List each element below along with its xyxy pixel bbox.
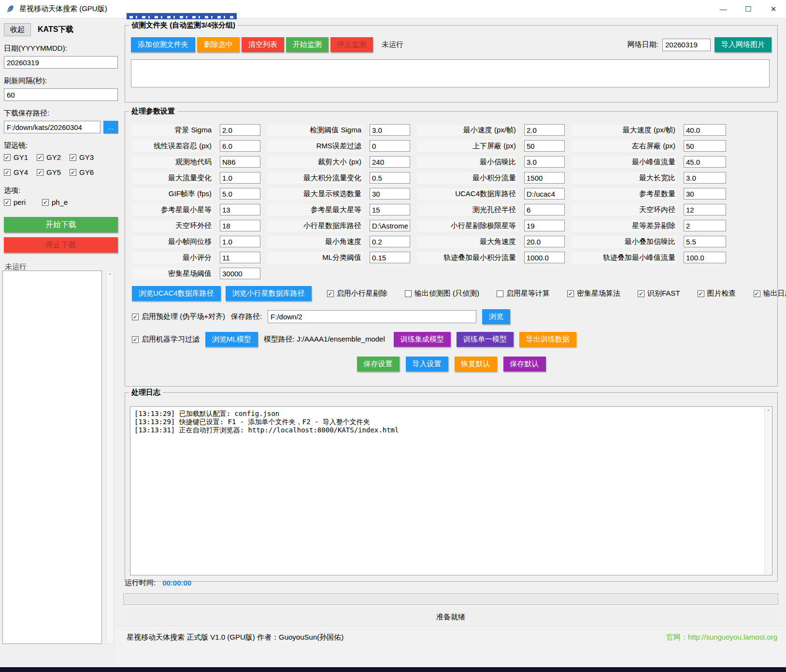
checkbox-item[interactable]: ✓密集星场算法 bbox=[567, 289, 620, 298]
start-download-button[interactable]: 开始下载 bbox=[4, 217, 118, 232]
checkbox-box[interactable]: ✓ bbox=[132, 336, 139, 343]
param-input-px[interactable] bbox=[684, 140, 726, 152]
param-input-px[interactable] bbox=[684, 124, 726, 136]
checkbox-ph-e[interactable]: ✓ph_e bbox=[42, 198, 68, 206]
param-input-px[interactable] bbox=[524, 124, 565, 136]
param-input-item[interactable] bbox=[684, 252, 726, 263]
checkbox-gy6[interactable]: ✓GY6 bbox=[70, 168, 94, 176]
param-input-item[interactable] bbox=[370, 220, 410, 231]
param-input-item[interactable] bbox=[684, 172, 726, 184]
checkbox-gy4[interactable]: ✓GY4 bbox=[4, 168, 28, 176]
param-input-item[interactable] bbox=[524, 172, 565, 184]
checkbox-box[interactable]: ✓ bbox=[4, 169, 11, 176]
param-input-item[interactable] bbox=[524, 220, 565, 231]
collapse-button[interactable]: 收起 bbox=[4, 23, 31, 36]
sidebar-scrollbar[interactable]: ⌃ bbox=[106, 271, 114, 644]
browse-asteroid-db-button[interactable]: 浏览小行星数据库路径 bbox=[226, 286, 312, 301]
param-input-ml[interactable] bbox=[370, 252, 410, 263]
add-watch-folder-button[interactable]: 添加侦测文件夹 bbox=[131, 37, 195, 52]
param-input-item[interactable] bbox=[684, 236, 726, 247]
param-input-px[interactable] bbox=[524, 140, 565, 152]
param-input-px[interactable] bbox=[220, 140, 260, 152]
param-input-item[interactable] bbox=[524, 204, 565, 215]
checkbox-enable-ml-filter[interactable]: ✓ 启用机器学习过滤 bbox=[132, 335, 200, 344]
checkbox-peri[interactable]: ✓peri bbox=[4, 198, 26, 206]
param-input-ucac4[interactable] bbox=[524, 188, 565, 200]
browse-preprocess-path-button[interactable]: 浏览 bbox=[482, 309, 510, 324]
preprocess-save-path-input[interactable] bbox=[268, 310, 476, 323]
checkbox-fast[interactable]: ✓识别FAST bbox=[638, 289, 680, 298]
minimize-button[interactable]: — bbox=[711, 0, 736, 18]
train-ensemble-button[interactable]: 训练集成模型 bbox=[394, 332, 451, 347]
export-training-data-button[interactable]: 导出训练数据 bbox=[519, 332, 576, 347]
import-net-images-button[interactable]: 导入网络图片 bbox=[715, 37, 772, 52]
checkbox-gy2[interactable]: ✓GY2 bbox=[37, 153, 61, 161]
param-input-sigma[interactable] bbox=[220, 124, 260, 136]
checkbox-gy1[interactable]: ✓GY1 bbox=[4, 153, 28, 161]
download-path-input[interactable] bbox=[4, 121, 100, 133]
checkbox-box[interactable]: ✓ bbox=[70, 154, 76, 161]
param-input-item[interactable] bbox=[684, 220, 726, 231]
checkbox-box[interactable]: ✓ bbox=[37, 154, 43, 161]
checkbox-gy5[interactable]: ✓GY5 bbox=[37, 168, 61, 176]
browse-ml-model-button[interactable]: 浏览ML模型 bbox=[205, 332, 258, 347]
param-input-item[interactable] bbox=[220, 268, 260, 279]
start-monitor-button[interactable]: 开始监测 bbox=[286, 37, 329, 52]
stop-monitor-button[interactable]: 停止监测 bbox=[330, 37, 373, 52]
param-input-item[interactable] bbox=[220, 252, 260, 263]
net-date-input[interactable] bbox=[662, 39, 711, 51]
param-input-item[interactable] bbox=[524, 252, 565, 263]
checkbox-box[interactable]: ✓ bbox=[754, 290, 760, 297]
param-input-item[interactable] bbox=[370, 236, 410, 247]
checkbox-enable-preprocess[interactable]: ✓ 启用预处理 (伪平场+对齐) bbox=[132, 312, 225, 321]
param-input-item[interactable] bbox=[370, 204, 410, 215]
param-input-item[interactable] bbox=[220, 204, 260, 215]
maximize-button[interactable]: ☐ bbox=[736, 0, 761, 18]
download-listbox[interactable] bbox=[2, 271, 102, 644]
log-textarea[interactable]: [13:13:29] 已加载默认配置: config.json[13:13:29… bbox=[130, 406, 772, 575]
param-input-sigma[interactable] bbox=[370, 124, 410, 136]
param-input-item[interactable] bbox=[220, 172, 260, 184]
param-input-item[interactable] bbox=[684, 204, 726, 215]
param-input-px[interactable] bbox=[370, 156, 410, 168]
param-input-item[interactable] bbox=[220, 156, 260, 168]
checkbox-gy3[interactable]: ✓GY3 bbox=[70, 153, 94, 161]
checkbox-box[interactable]: ✓ bbox=[132, 314, 139, 320]
train-single-button[interactable]: 训练单一模型 bbox=[457, 332, 514, 347]
refresh-interval-input[interactable] bbox=[4, 88, 118, 101]
param-input-item[interactable] bbox=[220, 220, 260, 231]
scroll-up-icon[interactable]: ⌃ bbox=[765, 407, 772, 415]
import-settings-button[interactable]: 导入设置 bbox=[406, 357, 448, 372]
param-input-gif-fps[interactable] bbox=[220, 188, 260, 200]
website-link[interactable]: http://sunguoyou.lamost.org bbox=[688, 633, 777, 641]
param-input-item[interactable] bbox=[524, 156, 565, 168]
checkbox-box[interactable] bbox=[405, 290, 412, 297]
checkbox-box[interactable]: ✓ bbox=[37, 169, 43, 176]
param-input-rms[interactable] bbox=[370, 140, 410, 152]
checkbox-box[interactable]: ✓ bbox=[698, 290, 704, 297]
stop-download-button[interactable]: 停止下载 bbox=[4, 237, 118, 253]
monitor-folder-listbox[interactable] bbox=[131, 59, 770, 87]
param-input-item[interactable] bbox=[370, 172, 410, 184]
clear-list-button[interactable]: 清空列表 bbox=[242, 37, 284, 52]
checkbox-box[interactable]: ✓ bbox=[70, 169, 76, 176]
param-input-item[interactable] bbox=[524, 236, 565, 247]
log-scrollbar[interactable]: ⌃ bbox=[764, 407, 772, 574]
param-input-item[interactable] bbox=[684, 156, 726, 168]
checkbox-box[interactable]: ✓ bbox=[567, 290, 574, 297]
checkbox-item[interactable]: 输出侦测图 (只侦测) bbox=[405, 289, 479, 298]
checkbox-box[interactable]: ✓ bbox=[42, 199, 49, 206]
date-input[interactable] bbox=[4, 56, 118, 69]
checkbox-box[interactable]: ✓ bbox=[4, 199, 11, 206]
checkbox-item[interactable]: ✓启用小行星剔除 bbox=[327, 289, 387, 298]
checkbox-box[interactable]: ✓ bbox=[4, 154, 11, 161]
browse-download-path-button[interactable]: ... bbox=[103, 121, 118, 133]
param-input-item[interactable] bbox=[220, 236, 260, 247]
param-input-item[interactable] bbox=[370, 188, 410, 200]
browse-ucac4-button[interactable]: 浏览UCAC4数据库路径 bbox=[132, 286, 221, 301]
checkbox-box[interactable]: ✓ bbox=[638, 290, 644, 297]
checkbox-item[interactable]: ✓输出日志 bbox=[754, 289, 786, 298]
param-input-item[interactable] bbox=[684, 188, 726, 200]
delete-selected-button[interactable]: 删除选中 bbox=[197, 37, 240, 52]
restore-defaults-button[interactable]: 恢复默认 bbox=[455, 357, 497, 372]
